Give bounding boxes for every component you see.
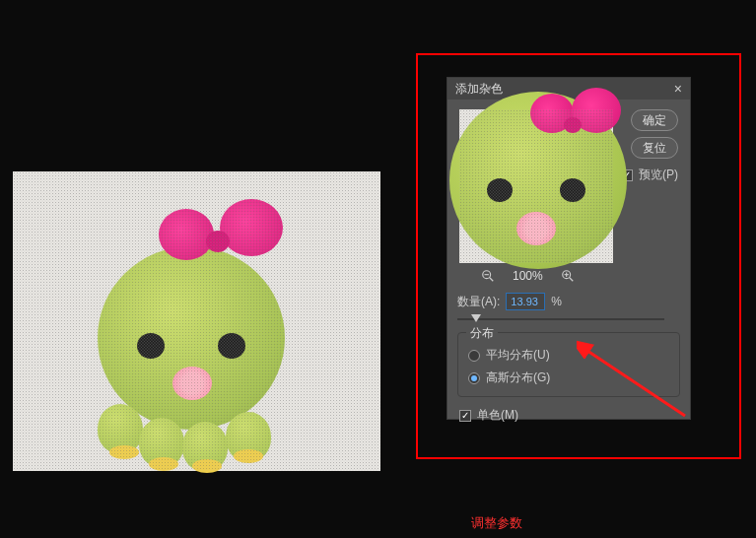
gaussian-label: 高斯分布(G) [486, 370, 550, 386]
zoom-out-icon[interactable] [481, 269, 495, 283]
dialog-title: 添加杂色 [455, 81, 503, 98]
preview-label: 预览(P) [639, 167, 678, 183]
caption-text: 调整参数 [471, 514, 522, 532]
zoom-in-icon[interactable] [561, 269, 575, 283]
distribution-title: 分布 [466, 325, 498, 342]
monochrome-label: 单色(M) [477, 407, 518, 424]
svg-line-4 [569, 278, 573, 282]
zoom-level: 100% [513, 269, 543, 283]
amount-unit: % [551, 295, 562, 308]
ok-button[interactable]: 确定 [631, 109, 678, 131]
uniform-label: 平均分布(U) [486, 347, 550, 364]
close-icon[interactable]: × [674, 81, 682, 97]
preview-image[interactable] [459, 109, 613, 263]
slider-thumb[interactable] [471, 314, 481, 322]
distribution-fieldset: 分布 平均分布(U) 高斯分布(G) [457, 332, 680, 397]
reset-button[interactable]: 复位 [631, 137, 678, 159]
canvas-image [13, 171, 380, 471]
amount-input[interactable] [506, 293, 545, 310]
amount-slider[interactable] [457, 318, 664, 320]
uniform-radio[interactable] [468, 350, 480, 362]
svg-line-1 [490, 278, 494, 282]
monochrome-checkbox[interactable] [459, 410, 471, 422]
gaussian-radio[interactable] [468, 372, 480, 384]
add-noise-dialog: 添加杂色 × 确定 复位 预览(P) 100% [447, 77, 691, 420]
amount-label: 数量(A): [457, 294, 500, 310]
